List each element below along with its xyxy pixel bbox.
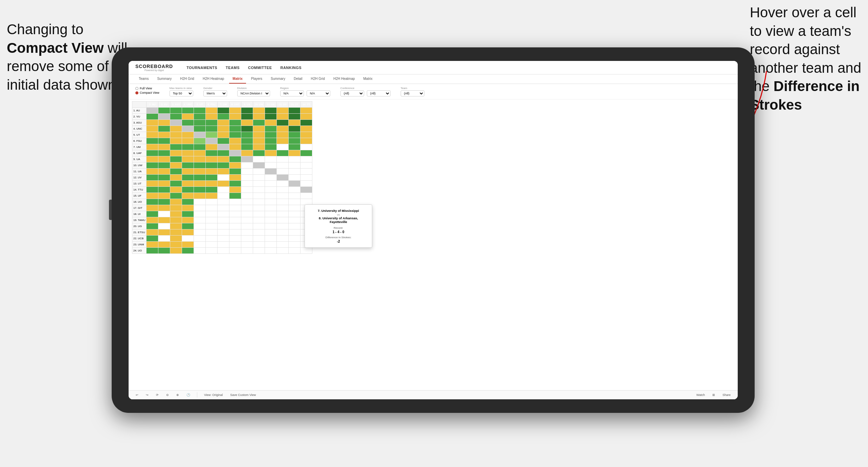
matrix-cell-r0-c8[interactable]: [241, 108, 253, 114]
matrix-cell-r9-c4[interactable]: [194, 162, 206, 169]
matrix-cell-r5-c1[interactable]: [158, 138, 170, 144]
matrix-cell-r9-c11[interactable]: [277, 162, 289, 169]
full-view-radio[interactable]: [135, 87, 138, 90]
matrix-cell-r20-c12[interactable]: [289, 229, 301, 236]
matrix-cell-r22-c4[interactable]: [194, 242, 206, 248]
matrix-cell-r0-c9[interactable]: [253, 108, 265, 114]
matrix-cell-r12-c7[interactable]: [229, 181, 241, 187]
grid-button[interactable]: ⊞: [710, 392, 717, 398]
matrix-cell-r7-c7[interactable]: [229, 150, 241, 156]
refresh-button[interactable]: ⟳: [154, 392, 161, 398]
matrix-cell-r14-c2[interactable]: [170, 193, 182, 199]
matrix-cell-r20-c1[interactable]: [158, 229, 170, 236]
matrix-cell-r18-c1[interactable]: [158, 217, 170, 223]
zoom-out-button[interactable]: ⊖: [164, 392, 171, 398]
matrix-cell-r18-c8[interactable]: [241, 217, 253, 223]
matrix-cell-r23-c7[interactable]: [229, 248, 241, 254]
matrix-cell-r7-c10[interactable]: [265, 150, 277, 156]
matrix-cell-r23-c13[interactable]: [301, 248, 312, 254]
matrix-cell-r11-c12[interactable]: [289, 175, 301, 181]
matrix-cell-r17-c11[interactable]: [277, 211, 289, 217]
matrix-cell-r0-c3[interactable]: [182, 108, 194, 114]
matrix-cell-r23-c8[interactable]: [241, 248, 253, 254]
nav-teams[interactable]: TEAMS: [226, 64, 240, 71]
matrix-cell-r7-c2[interactable]: [170, 150, 182, 156]
matrix-cell-r5-c3[interactable]: [182, 138, 194, 144]
matrix-cell-r16-c10[interactable]: [265, 205, 277, 211]
matrix-cell-r21-c4[interactable]: [194, 236, 206, 242]
matrix-cell-r22-c8[interactable]: [241, 242, 253, 248]
matrix-cell-r15-c7[interactable]: [229, 199, 241, 205]
matrix-cell-r14-c0[interactable]: [147, 193, 158, 199]
matrix-cell-r14-c9[interactable]: [253, 193, 265, 199]
matrix-cell-r21-c11[interactable]: [277, 236, 289, 242]
matrix-cell-r4-c5[interactable]: [206, 132, 218, 138]
matrix-cell-r8-c2[interactable]: [170, 156, 182, 162]
matrix-cell-r1-c9[interactable]: [253, 114, 265, 120]
nav-tournaments[interactable]: TOURNAMENTS: [186, 64, 217, 71]
matrix-cell-r23-c11[interactable]: [277, 248, 289, 254]
matrix-cell-r23-c2[interactable]: [170, 248, 182, 254]
matrix-cell-r6-c5[interactable]: [206, 144, 218, 150]
matrix-cell-r13-c13[interactable]: [301, 187, 312, 193]
matrix-cell-r8-c12[interactable]: [289, 156, 301, 162]
matrix-cell-r10-c10[interactable]: [265, 169, 277, 175]
matrix-cell-r16-c4[interactable]: [194, 205, 206, 211]
matrix-cell-r22-c12[interactable]: [289, 242, 301, 248]
matrix-cell-r18-c0[interactable]: [147, 217, 158, 223]
matrix-cell-r5-c6[interactable]: [218, 138, 229, 144]
matrix-cell-r17-c9[interactable]: [253, 211, 265, 217]
matrix-cell-r15-c9[interactable]: [253, 199, 265, 205]
matrix-cell-r6-c11[interactable]: [277, 144, 289, 150]
matrix-cell-r17-c1[interactable]: [158, 211, 170, 217]
matrix-cell-r11-c5[interactable]: [206, 175, 218, 181]
matrix-cell-r5-c0[interactable]: [147, 138, 158, 144]
matrix-cell-r22-c6[interactable]: [218, 242, 229, 248]
matrix-cell-r6-c0[interactable]: [147, 144, 158, 150]
matrix-cell-r9-c10[interactable]: [265, 162, 277, 169]
undo-button[interactable]: ↩: [134, 392, 140, 398]
matrix-cell-r2-c11[interactable]: [277, 120, 289, 126]
matrix-cell-r5-c2[interactable]: [170, 138, 182, 144]
matrix-cell-r22-c10[interactable]: [265, 242, 277, 248]
matrix-cell-r15-c12[interactable]: [289, 199, 301, 205]
matrix-cell-r6-c1[interactable]: [158, 144, 170, 150]
matrix-cell-r13-c1[interactable]: [158, 187, 170, 193]
matrix-cell-r21-c9[interactable]: [253, 236, 265, 242]
matrix-cell-r17-c12[interactable]: [289, 211, 301, 217]
matrix-cell-r11-c7[interactable]: [229, 175, 241, 181]
matrix-cell-r23-c4[interactable]: [194, 248, 206, 254]
matrix-cell-r21-c8[interactable]: [241, 236, 253, 242]
matrix-cell-r16-c11[interactable]: [277, 205, 289, 211]
matrix-cell-r13-c8[interactable]: [241, 187, 253, 193]
matrix-cell-r14-c10[interactable]: [265, 193, 277, 199]
matrix-cell-r20-c7[interactable]: [229, 229, 241, 236]
matrix-cell-r3-c7[interactable]: [229, 126, 241, 132]
matrix-cell-r22-c0[interactable]: [147, 242, 158, 248]
matrix-cell-r1-c0[interactable]: [147, 114, 158, 120]
matrix-cell-r9-c1[interactable]: [158, 162, 170, 169]
matrix-cell-r12-c4[interactable]: [194, 181, 206, 187]
matrix-cell-r14-c7[interactable]: [229, 193, 241, 199]
matrix-cell-r17-c6[interactable]: [218, 211, 229, 217]
matrix-cell-r7-c0[interactable]: [147, 150, 158, 156]
matrix-cell-r0-c13[interactable]: [301, 108, 312, 114]
matrix-cell-r5-c9[interactable]: [253, 138, 265, 144]
matrix-cell-r13-c11[interactable]: [277, 187, 289, 193]
tab-teams[interactable]: Teams: [135, 74, 152, 84]
matrix-cell-r4-c11[interactable]: [277, 132, 289, 138]
matrix-cell-r11-c0[interactable]: [147, 175, 158, 181]
matrix-cell-r16-c6[interactable]: [218, 205, 229, 211]
matrix-cell-r22-c9[interactable]: [253, 242, 265, 248]
matrix-cell-r11-c11[interactable]: [277, 175, 289, 181]
matrix-cell-r15-c4[interactable]: [194, 199, 206, 205]
matrix-cell-r7-c5[interactable]: [206, 150, 218, 156]
redo-button[interactable]: ↪: [144, 392, 151, 398]
matrix-cell-r14-c1[interactable]: [158, 193, 170, 199]
matrix-cell-r8-c1[interactable]: [158, 156, 170, 162]
matrix-cell-r6-c13[interactable]: [301, 144, 312, 150]
matrix-cell-r0-c11[interactable]: [277, 108, 289, 114]
division-select[interactable]: NCAA Division I: [237, 90, 270, 96]
matrix-cell-r14-c6[interactable]: [218, 193, 229, 199]
matrix-cell-r16-c0[interactable]: [147, 205, 158, 211]
